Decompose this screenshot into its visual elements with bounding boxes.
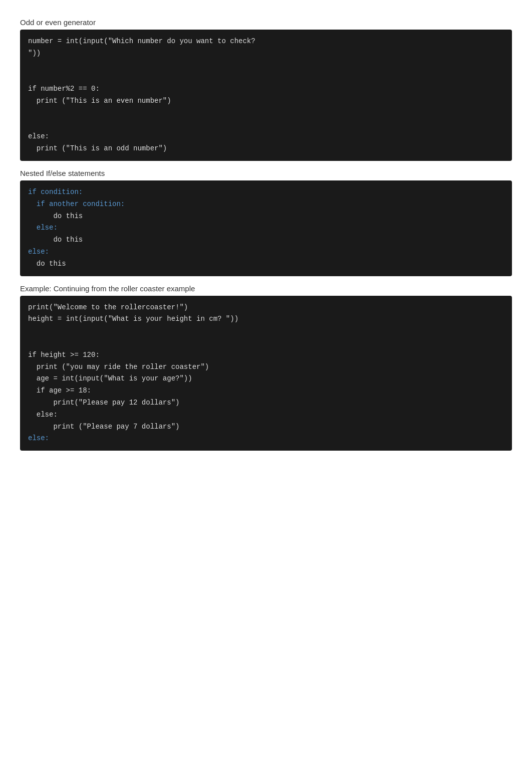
code-line: age = int(input("What is your age?")) (28, 373, 504, 385)
code-line: if age >= 18: (28, 385, 504, 397)
code-line: print ("you may ride the roller coaster"… (28, 361, 504, 373)
section-odd-even: Odd or even generator number = int(input… (20, 18, 512, 161)
code-line (28, 119, 504, 131)
code-line: else: (28, 246, 504, 258)
code-line: else: (28, 131, 504, 143)
code-line: ")) (28, 48, 504, 60)
code-line: do this (28, 234, 504, 246)
code-line (28, 107, 504, 119)
code-line (28, 337, 504, 349)
section-title-odd-even: Odd or even generator (20, 18, 512, 27)
section-nested-ifelse: Nested If/else statements if condition: … (20, 169, 512, 276)
code-line: do this (28, 258, 504, 270)
code-line: number = int(input("Which number do you … (28, 36, 504, 48)
section-title-nested: Nested If/else statements (20, 169, 512, 177)
code-line: if number%2 == 0: (28, 83, 504, 95)
code-line: print ("This is an odd number") (28, 143, 504, 155)
code-line: else: (28, 222, 504, 234)
code-line: print ("Please pay 7 dollars") (28, 421, 504, 433)
code-line: if condition: (28, 186, 504, 199)
section-title-rollercoaster: Example: Continuing from the roller coas… (20, 284, 512, 293)
code-line: if height >= 120: (28, 349, 504, 361)
code-block-nested: if condition: if another condition: do t… (20, 180, 512, 276)
code-block-odd-even: number = int(input("Which number do you … (20, 30, 512, 161)
page-content: Odd or even generator number = int(input… (20, 18, 512, 451)
code-line (28, 71, 504, 83)
code-line (28, 325, 504, 337)
code-line: print ("This is an even number") (28, 95, 504, 107)
code-line: if another condition: (28, 199, 504, 211)
code-line: do this (28, 211, 504, 223)
code-block-rollercoaster: print("Welcome to the rollercoaster!") h… (20, 296, 512, 451)
code-line (28, 60, 504, 72)
code-line: height = int(input("What is your height … (28, 313, 504, 325)
code-line: else: (28, 409, 504, 421)
code-line: print("Please pay 12 dollars") (28, 397, 504, 409)
section-rollercoaster: Example: Continuing from the roller coas… (20, 284, 512, 451)
code-line: else: (28, 433, 504, 445)
code-line: print("Welcome to the rollercoaster!") (28, 302, 504, 314)
